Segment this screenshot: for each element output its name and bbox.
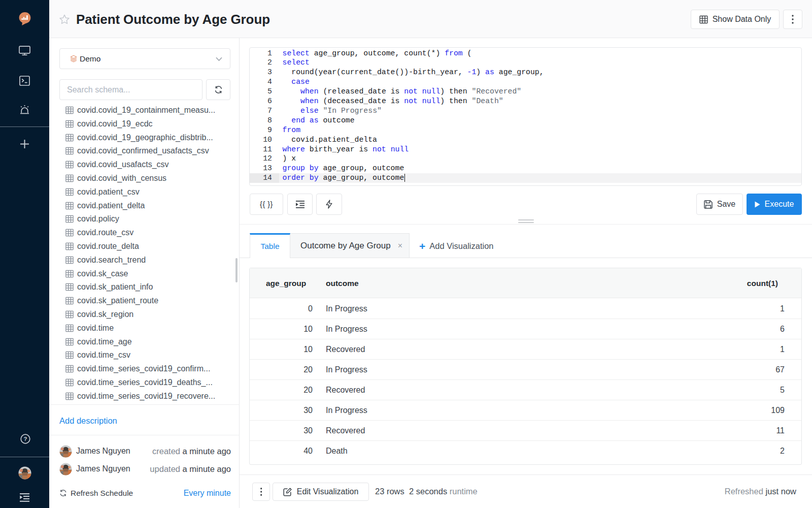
svg-text:?: ? — [23, 436, 27, 442]
